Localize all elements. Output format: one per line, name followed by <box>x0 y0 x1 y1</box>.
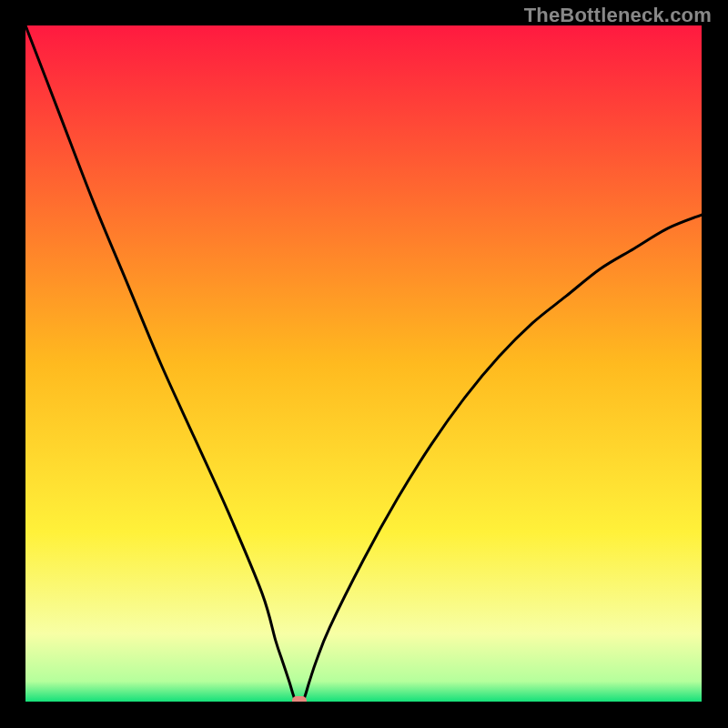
bottleneck-chart <box>25 25 702 702</box>
watermark-text: TheBottleneck.com <box>524 4 712 27</box>
chart-frame: TheBottleneck.com <box>0 0 728 728</box>
optimal-point-marker <box>292 696 307 702</box>
chart-background <box>25 25 702 702</box>
